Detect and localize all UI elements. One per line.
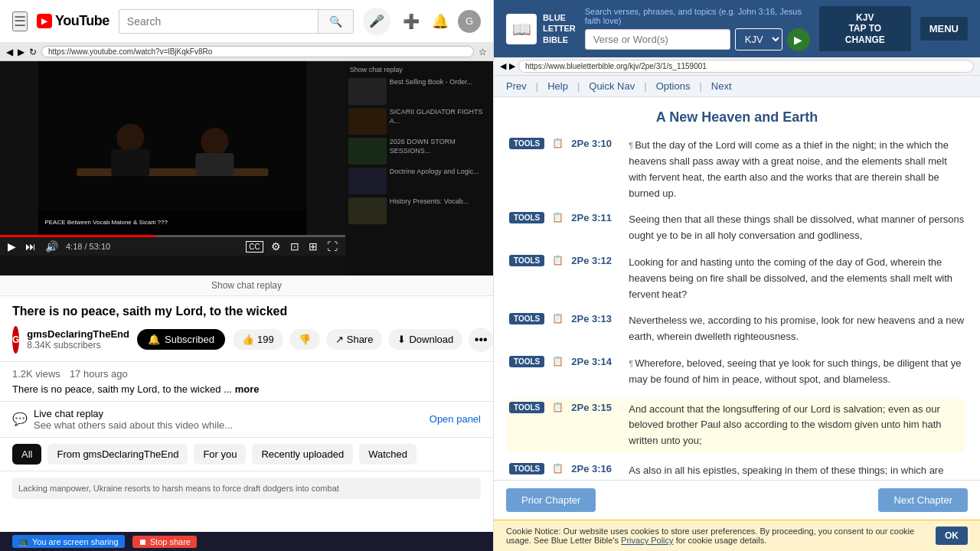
note-icon[interactable]: 📋 (552, 313, 564, 324)
star-btn[interactable]: ☆ (479, 47, 487, 57)
verse-row: TOOLS📋2Pe 3:16As also in all his epistle… (509, 463, 965, 480)
note-icon[interactable]: 📋 (552, 255, 564, 266)
stop-share-button[interactable]: ⏹ Stop share (132, 536, 197, 548)
verse-row: TOOLS📋2Pe 3:12Looking for and hasting un… (509, 255, 965, 302)
show-chat-bar[interactable]: Show chat replay (0, 276, 493, 296)
screen-share-bar: 📺 You are screen sharing ⏹ Stop share (0, 532, 493, 551)
bible-forward-btn[interactable]: ▶ (509, 61, 515, 71)
dislike-button[interactable]: 👎 (289, 329, 320, 350)
miniplayer-button[interactable]: ⊡ (289, 240, 301, 253)
tools-button[interactable]: TOOLS (509, 356, 544, 367)
verse-reference[interactable]: 2Pe 3:14 (571, 356, 621, 367)
volume-button[interactable]: 🔊 (44, 240, 60, 253)
note-icon[interactable]: 📋 (552, 212, 564, 223)
avatar[interactable]: G (458, 10, 481, 33)
note-icon[interactable]: 📋 (552, 138, 564, 148)
filter-foryou-tab[interactable]: For you (194, 444, 246, 465)
thumbnail-item-1[interactable]: Best Selling Book - Order... (348, 78, 490, 105)
thumbnail-item-4[interactable]: Doctrine Apology and Logic... (348, 168, 490, 194)
url-bar[interactable]: https://www.youtube.com/watch?v=lBjKqkFv… (41, 46, 474, 57)
more-button[interactable]: ••• (469, 328, 493, 352)
channel-name[interactable]: gmsDeclaringTheEnd (27, 328, 129, 340)
youtube-logo-icon: ▶ (37, 14, 52, 28)
note-icon[interactable]: 📋 (552, 463, 564, 474)
thumbnail-item-2[interactable]: SICARII GLADIATOR FIGHTS A... (348, 108, 490, 135)
tools-button[interactable]: TOOLS (509, 138, 544, 149)
version-selector[interactable]: KJV (735, 28, 782, 51)
bible-back-btn[interactable]: ◀ (500, 61, 506, 71)
nav-prev[interactable]: Prev (506, 80, 527, 92)
note-icon[interactable]: 📋 (552, 402, 564, 412)
bible-search-row: KJV ▶ (585, 28, 810, 51)
back-btn[interactable]: ◀ (6, 47, 13, 57)
tools-button[interactable]: TOOLS (509, 402, 544, 413)
filter-all-tab[interactable]: All (12, 444, 41, 465)
theater-button[interactable]: ⊞ (307, 240, 319, 253)
channel-row: G gmsDeclaringTheEnd 8.34K subscribers 🔔… (12, 326, 481, 354)
download-button[interactable]: ⬇ Download (388, 329, 462, 350)
mic-button[interactable]: 🎤 (363, 8, 390, 35)
menu-button[interactable]: MENU (920, 17, 968, 41)
play-button[interactable]: ▶ (6, 240, 18, 253)
prior-chapter-button[interactable]: Prior Chapter (506, 488, 596, 512)
youtube-logo[interactable]: ▶ YouTube (37, 13, 109, 29)
video-stats: 1.2K views 17 hours ago There is no peac… (0, 362, 493, 402)
cc-button[interactable]: CC (246, 241, 263, 253)
bible-play-button[interactable]: ▶ (787, 28, 810, 51)
verse-reference[interactable]: 2Pe 3:10 (571, 138, 621, 149)
verse-text: ¶Wherefore, beloved, seeing that ye look… (629, 356, 965, 388)
verse-reference[interactable]: 2Pe 3:13 (571, 313, 621, 324)
cookie-text: Cookie Notice: Our website uses cookies … (506, 527, 928, 545)
bible-url-display[interactable]: https://www.blueletterbible.org/kjv/2pe/… (518, 60, 974, 73)
verse-reference[interactable]: 2Pe 3:16 (571, 463, 621, 474)
tools-button[interactable]: TOOLS (509, 313, 544, 324)
chat-description: See what others said about this video wh… (34, 419, 233, 431)
next-video-preview[interactable]: Lacking manpower, Ukraine resorts to har… (12, 478, 481, 499)
verse-reference[interactable]: 2Pe 3:15 (571, 402, 621, 413)
nav-help[interactable]: Help (547, 80, 568, 92)
nav-next[interactable]: Next (711, 80, 732, 92)
fullscreen-button[interactable]: ⛶ (325, 240, 339, 253)
hamburger-menu-button[interactable]: ☰ (12, 11, 28, 31)
bible-search-input[interactable] (585, 29, 730, 50)
nav-options[interactable]: Options (656, 80, 691, 92)
share-button[interactable]: ↗ Share (326, 329, 383, 350)
open-panel-button[interactable]: Open panel (430, 413, 481, 425)
forward-btn[interactable]: ▶ (18, 47, 24, 57)
notifications-button[interactable]: 🔔 (429, 10, 452, 33)
stop-icon: ⏹ (139, 537, 147, 546)
search-input[interactable] (119, 15, 318, 28)
filter-from-tab[interactable]: From gmsDeclaringTheEnd (47, 444, 188, 465)
verse-reference[interactable]: 2Pe 3:11 (571, 212, 621, 223)
tools-button[interactable]: TOOLS (509, 212, 544, 223)
settings-button[interactable]: ⚙ (270, 240, 283, 253)
cookie-policy-link[interactable]: Privacy Policy (621, 536, 673, 545)
search-button[interactable]: 🔍 (318, 9, 353, 34)
video-frame: PEACE Between Vocab Malone & Sicarii ??? (0, 61, 345, 237)
filter-recently-tab[interactable]: Recently uploaded (252, 444, 353, 465)
verse-row: TOOLS📋2Pe 3:11Seeing then that all these… (509, 212, 965, 244)
create-button[interactable]: ➕ (400, 10, 423, 33)
note-icon[interactable]: 📋 (552, 356, 564, 367)
thumbnail-item-5[interactable]: History Presents: Vocab... (348, 197, 490, 224)
kjv-tap-button[interactable]: KJVTAP TO CHANGE (819, 6, 911, 51)
bible-url-bar-area: ◀ ▶ https://www.blueletterbible.org/kjv/… (494, 57, 980, 76)
cookie-ok-button[interactable]: OK (936, 527, 968, 545)
youtube-search-bar: 🔍 (119, 9, 354, 34)
tools-button[interactable]: TOOLS (509, 255, 544, 266)
verse-text: Seeing then that all these things shall … (629, 212, 965, 244)
tools-button[interactable]: TOOLS (509, 463, 544, 474)
like-button[interactable]: 👍 199 (233, 329, 283, 350)
channel-avatar[interactable]: G (12, 326, 19, 354)
chat-replay-label: Show chat replay (348, 64, 490, 75)
next-chapter-button[interactable]: Next Chapter (878, 488, 968, 512)
filter-watched-tab[interactable]: Watched (359, 444, 416, 465)
refresh-btn[interactable]: ↻ (29, 47, 37, 57)
progress-track[interactable] (0, 235, 345, 237)
nav-quick[interactable]: Quick Nav (589, 80, 635, 92)
live-chat-label: Live chat replay (34, 408, 233, 419)
skip-button[interactable]: ⏭ (24, 240, 38, 253)
subscribe-button[interactable]: 🔔 Subscribed (137, 329, 225, 350)
verse-reference[interactable]: 2Pe 3:12 (571, 255, 621, 266)
thumbnail-item-3[interactable]: 2026 DOWN STORM SESSIONS... (348, 138, 490, 165)
